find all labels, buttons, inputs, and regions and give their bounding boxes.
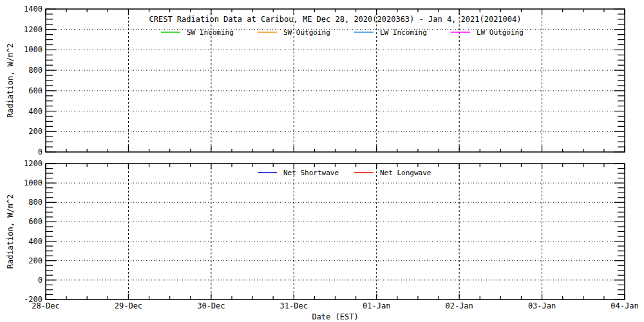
y-tick-label: 1400 — [24, 5, 43, 14]
y-tick-label: 0 — [38, 276, 43, 285]
y-tick-label: 400 — [28, 107, 43, 116]
y-tick-label: 600 — [28, 86, 43, 95]
x-tick-label: 30-Dec — [197, 301, 225, 310]
y-tick-label: 1200 — [24, 25, 43, 34]
y-tick-label: 800 — [28, 198, 43, 207]
y-tick-label: 0 — [38, 147, 43, 156]
x-tick-label: 01-Jan — [363, 301, 390, 310]
chart-title: CREST Radiation Data at Caribou, ME Dec … — [149, 15, 522, 24]
legend-label: Net Longwave — [380, 169, 431, 177]
y-tick-label: 1200 — [24, 159, 43, 168]
crest-radiation-figure: 0200400600800100012001400Radiation, W/m^… — [0, 0, 644, 322]
x-tick-label: 04-Jan — [611, 301, 638, 310]
x-tick-label: 31-Dec — [280, 301, 308, 310]
x-tick-label: 03-Jan — [528, 301, 556, 310]
legend-label: Net Shortwave — [283, 169, 339, 177]
x-tick-label: 28-Dec — [32, 301, 59, 310]
legend-label: SW Outgoing — [283, 28, 330, 37]
y-tick-label: 200 — [28, 256, 43, 265]
legend-label: SW Incoming — [187, 28, 234, 37]
legend-item: LW Incoming — [354, 28, 427, 37]
y-tick-label: 800 — [28, 66, 43, 75]
y-tick-label: 200 — [28, 127, 43, 136]
panel-radiation-components: 0200400600800100012001400Radiation, W/m^… — [6, 5, 625, 156]
legend-item: Net Shortwave — [258, 169, 339, 177]
y-tick-label: 1000 — [24, 178, 43, 187]
plot-border — [46, 9, 625, 152]
plot-border — [46, 164, 625, 299]
y-axis-title: Radiation, W/m^2 — [6, 43, 15, 118]
y-axis-title: Radiation, W/m^2 — [6, 194, 15, 269]
legend-item: Net Longwave — [354, 169, 431, 177]
legend-item: SW Incoming — [161, 28, 234, 37]
y-tick-label: 600 — [28, 217, 43, 226]
x-tick-label: 02-Jan — [445, 301, 473, 310]
legend-item: SW Outgoing — [258, 28, 330, 37]
x-tick-label: 29-Dec — [115, 301, 142, 310]
y-tick-label: 1000 — [24, 45, 43, 54]
legend-item: LW Outgoing — [451, 28, 524, 37]
y-tick-label: 400 — [28, 237, 43, 246]
panel-net-radiation: -20002004006008001000120028-Dec29-Dec30-… — [6, 159, 639, 321]
legend-label: LW Incoming — [380, 28, 427, 37]
legend-label: LW Outgoing — [477, 28, 524, 37]
x-axis-title: Date (EST) — [312, 312, 358, 321]
radiation-chart: 0200400600800100012001400Radiation, W/m^… — [0, 0, 644, 322]
